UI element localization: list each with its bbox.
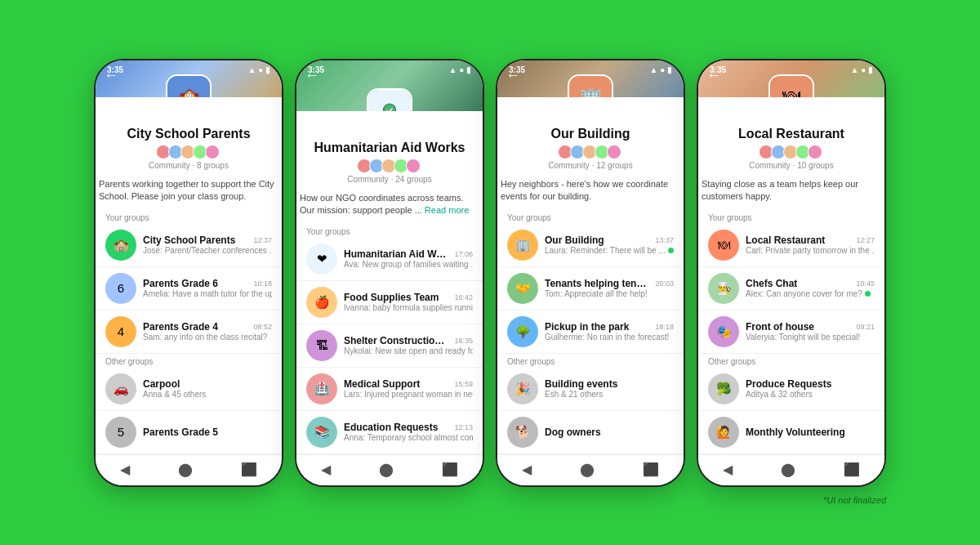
group-name: Pickup in the park [545,321,629,333]
community-info: Humanitarian Aid Works Community · 24 gr… [296,111,483,192]
group-time: 20:03 [655,279,674,288]
group-item[interactable]: ❤ Humanitarian Aid Works 17:06 Ava: New … [296,238,483,281]
apps-nav-icon[interactable]: ⬛ [241,462,257,477]
group-preview: Tom: Appreciate all the help! [545,289,674,298]
group-item[interactable]: 🏗 Shelter Construction Team 16:35 Nykola… [296,324,483,368]
apps-nav-icon[interactable]: ⬛ [643,462,659,477]
group-details: Food Supplies Team 16:42 Ivanna: baby fo… [344,292,473,312]
group-item[interactable]: 🌳 Pickup in the park 18:18 Guilherme: No… [497,310,684,354]
other-group-item[interactable]: 🎉 Building events Esh & 21 others [497,368,684,411]
group-preview: Guilherme: No rain in the forecast! [545,333,674,342]
group-name: Education Requests [344,422,438,433]
group-details: Pickup in the park 18:18 Guilherme: No r… [545,321,674,342]
phone-3: 3:35 ▲ ● ▮ ← 🏢 Our Building Community · … [496,59,685,487]
group-icon: 🏗 [306,330,337,361]
group-header-row: Shelter Construction Team 16:35 [344,335,473,346]
group-item[interactable]: 6 Parents Grade 6 10:18 Amelia: Have a m… [96,267,282,310]
status-icons: ▲ ● ▮ [449,65,472,74]
other-group-item[interactable]: 🙋 Monthly Volunteering [698,411,884,454]
group-name: Parents Grade 4 [143,321,218,333]
group-details: Tenants helping tenants 20:03 Tom: Appre… [545,278,674,298]
group-details: Front of house 09:21 Valeryia: Tonight w… [746,321,875,342]
group-details: Education Requests 12:13 Anna: Temporary… [344,422,473,442]
home-nav-icon[interactable]: ⬤ [178,462,193,477]
group-name: Our Building [545,235,604,246]
community-name: Our Building [507,127,674,141]
group-item[interactable]: 📚 Education Requests 12:13 Anna: Tempora… [296,411,483,454]
bottom-nav: ◀ ⬤ ⬛ [96,454,282,485]
community-avatar [367,88,412,111]
bottom-nav: ◀ ⬤ ⬛ [296,454,483,485]
your-groups-label: Your groups [497,210,684,224]
other-group-name: Parents Grade 5 [143,427,218,438]
group-item[interactable]: 🤝 Tenants helping tenants 20:03 Tom: App… [497,267,684,310]
community-subtitle: Community · 24 groups [306,175,473,184]
group-details: Medical Support 15:59 Lars: Injured preg… [344,378,473,399]
mini-avatar-4 [205,145,220,159]
other-groups-label: Other groups [96,354,282,368]
group-time: 16:35 [454,337,473,345]
member-avatars [105,145,272,159]
group-name: Chefs Chat [746,278,797,289]
apps-nav-icon[interactable]: ⬛ [442,462,458,477]
status-bar: 3:35 ▲ ● ▮ [296,60,483,78]
group-name: Shelter Construction Team [344,335,450,346]
group-item[interactable]: 🏢 Our Building 13:37 Laura: Reminder: Th… [497,224,684,267]
home-nav-icon[interactable]: ⬤ [781,462,795,477]
group-name: Front of house [746,321,814,333]
other-group-preview: Aditya & 32 others [746,390,875,399]
phone-inner-3: 3:35 ▲ ● ▮ ← 🏢 Our Building Community · … [497,60,684,485]
other-group-header-row: Building events [545,378,674,390]
phones-container: 3:35 ▲ ● ▮ ← 🏫 City School Parents Commu… [94,59,886,487]
status-icons: ▲ ● ▮ [851,65,874,74]
group-name: Parents Grade 6 [143,278,218,289]
back-nav-icon[interactable]: ◀ [522,462,532,477]
group-time: 16:42 [454,293,473,302]
other-group-item[interactable]: 5 Parents Grade 5 [96,411,282,454]
back-nav-icon[interactable]: ◀ [723,462,733,477]
group-time: 18:18 [655,323,674,331]
group-name: Humanitarian Aid Works [344,248,450,260]
home-nav-icon[interactable]: ⬤ [379,462,394,477]
community-avatar: 🏢 [568,74,613,97]
group-name: Tenants helping tenants [545,278,651,289]
community-name: Humanitarian Aid Works [306,141,473,155]
other-group-name: Dog owners [545,427,601,438]
other-group-details: Building events Esh & 21 others [545,378,674,399]
back-nav-icon[interactable]: ◀ [120,462,130,477]
group-item[interactable]: 🍎 Food Supplies Team 16:42 Ivanna: baby … [296,281,483,324]
group-preview: Sam: any info on the class recital? [143,333,272,342]
member-avatars [507,145,674,159]
other-group-item[interactable]: 🥦 Produce Requests Aditya & 32 others [698,368,884,411]
group-header-row: Front of house 09:21 [746,321,875,333]
group-preview: Alex: Can anyone cover for me? [746,289,875,298]
other-group-item[interactable]: 🐕 Dog owners [497,411,684,454]
community-description: Hey neighbors - here's how we coordinate… [497,178,684,210]
group-item[interactable]: 🎭 Front of house 09:21 Valeryia: Tonight… [698,310,884,354]
community-name: Local Restaurant [708,127,875,141]
group-item[interactable]: 🍽 Local Restaurant 12:27 Carl: Private p… [698,224,884,267]
group-item[interactable]: 🏫 City School Parents 12:37 José: Parent… [96,224,282,267]
online-indicator [865,291,871,297]
other-groups-label: Other groups [497,354,684,368]
other-group-icon: 🎉 [507,373,538,404]
apps-nav-icon[interactable]: ⬛ [844,462,860,477]
group-icon: ❤ [306,243,337,275]
group-header-row: Medical Support 15:59 [344,378,473,390]
group-header-row: Parents Grade 6 10:18 [143,278,272,289]
group-item[interactable]: 👨‍🍳 Chefs Chat 10:45 Alex: Can anyone co… [698,267,884,310]
group-preview: Carl: Private party tomorrow in the ... [746,246,875,255]
back-nav-icon[interactable]: ◀ [321,462,331,477]
group-item[interactable]: 🏥 Medical Support 15:59 Lars: Injured pr… [296,368,483,411]
group-header-row: City School Parents 12:37 [143,235,272,246]
group-time: 17:06 [454,250,473,258]
read-more-link[interactable]: Read more [425,205,469,215]
group-item[interactable]: 4 Parents Grade 4 08:52 Sam: any info on… [96,310,282,354]
community-info: City School Parents Community · 8 groups [96,97,282,178]
other-group-item[interactable]: 🚗 Carpool Anna & 45 others [96,368,282,411]
group-time: 13:37 [655,236,674,244]
phone-1: 3:35 ▲ ● ▮ ← 🏫 City School Parents Commu… [94,59,283,487]
group-details: Parents Grade 6 10:18 Amelia: Have a mat… [143,278,272,298]
home-nav-icon[interactable]: ⬤ [580,462,595,477]
member-avatars [708,145,875,159]
